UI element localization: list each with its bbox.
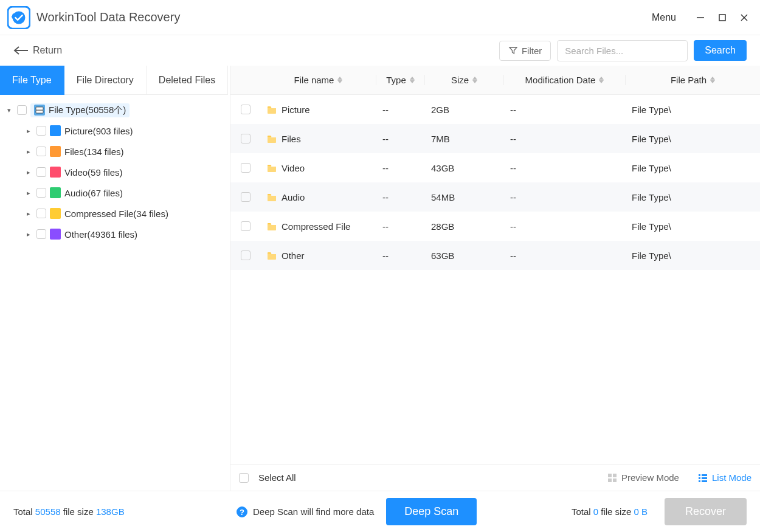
svg-rect-11 [613, 474, 617, 477]
search-input[interactable] [557, 40, 688, 61]
mode-bar: Select All Preview Mode List Mode [230, 464, 760, 491]
tree-item-checkbox[interactable] [36, 209, 46, 218]
tab-file-type[interactable]: File Type [0, 66, 64, 95]
tree-item[interactable]: ▸Video(59 files) [0, 162, 230, 182]
tree-item[interactable]: ▸Other(49361 files) [0, 224, 230, 244]
cell-name: Picture [282, 105, 310, 115]
tree-root-checkbox[interactable] [17, 105, 27, 115]
return-button[interactable]: Return [13, 45, 62, 56]
select-all-checkbox[interactable] [239, 473, 249, 483]
toolbar: Return Filter Search [0, 35, 760, 66]
svg-rect-12 [608, 478, 612, 482]
row-checkbox[interactable] [241, 250, 250, 260]
tree-item-label: Other(49361 files) [64, 229, 137, 240]
cell-date: -- [510, 105, 516, 115]
table-header: File name Type Size Modification Date Fi… [230, 66, 760, 95]
svg-rect-4 [719, 15, 725, 21]
tree-item-checkbox[interactable] [36, 126, 46, 136]
tree-item[interactable]: ▸Picture(903 files) [0, 120, 230, 141]
table-area: File name Type Size Modification Date Fi… [230, 66, 760, 491]
app-title: WorkinTool Data Recovery [36, 10, 652, 24]
svg-rect-18 [699, 480, 700, 482]
cell-size: 43GB [431, 163, 454, 173]
deepscan-button[interactable]: Deep Scan [386, 498, 477, 525]
row-checkbox[interactable] [241, 221, 250, 231]
list-mode-label: List Mode [712, 472, 751, 483]
recover-button[interactable]: Recover [665, 498, 747, 525]
cell-type: -- [382, 221, 389, 232]
caret-right-icon: ▸ [24, 189, 33, 197]
tree-item-label: Video(59 files) [64, 167, 123, 178]
tree-item-checkbox[interactable] [36, 229, 46, 239]
table-row[interactable]: Files--7MB--File Type\ [230, 124, 760, 153]
category-icon [50, 208, 61, 219]
preview-mode-label: Preview Mode [621, 472, 679, 483]
svg-rect-10 [608, 474, 612, 477]
maximize-button[interactable] [714, 9, 731, 26]
cell-path: File Type\ [632, 163, 671, 173]
close-button[interactable] [736, 9, 753, 26]
tab-file-directory[interactable]: File Directory [64, 66, 147, 95]
row-checkbox[interactable] [241, 105, 250, 114]
col-date[interactable]: Modification Date [504, 75, 626, 85]
svg-rect-13 [613, 478, 617, 482]
select-all-label: Select All [258, 472, 296, 483]
tab-deleted-files[interactable]: Deleted Files [147, 66, 228, 95]
cell-name: Files [282, 134, 301, 144]
app-logo-icon [7, 6, 30, 29]
table-row[interactable]: Audio--54MB--File Type\ [230, 182, 760, 212]
tree-item-checkbox[interactable] [36, 167, 46, 177]
cell-path: File Type\ [632, 134, 671, 144]
filter-button[interactable]: Filter [499, 41, 551, 61]
folder-icon [267, 164, 277, 172]
footer-total: Total 50558 file size 138GB [13, 506, 230, 517]
table-row[interactable]: Other--63GB--File Type\ [230, 241, 760, 270]
caret-right-icon: ▸ [24, 148, 33, 156]
cell-size: 28GB [431, 221, 454, 232]
minimize-button[interactable] [692, 9, 709, 26]
preview-mode-button[interactable]: Preview Mode [607, 472, 679, 483]
tree-item[interactable]: ▸Compressed File(34 files) [0, 203, 230, 224]
cell-size: 63GB [431, 250, 454, 261]
tree-root[interactable]: ▾ File Type(50558个) [0, 100, 230, 120]
tree-item-label: Compressed File(34 files) [64, 209, 168, 219]
table-row[interactable]: Picture--2GB--File Type\ [230, 95, 760, 124]
svg-rect-14 [699, 474, 700, 476]
cell-type: -- [382, 163, 389, 173]
cell-date: -- [510, 192, 516, 202]
drive-icon [34, 105, 45, 116]
deepscan-hint: Deep Scan will find more data [253, 506, 374, 517]
list-mode-button[interactable]: List Mode [697, 472, 751, 483]
sort-icon [710, 77, 715, 83]
tree-item-checkbox[interactable] [36, 188, 46, 198]
caret-right-icon: ▸ [24, 230, 33, 238]
table-row[interactable]: Compressed File--28GB--File Type\ [230, 212, 760, 241]
sort-icon [472, 77, 477, 83]
cell-path: File Type\ [632, 105, 671, 115]
cell-size: 7MB [431, 134, 450, 144]
search-button[interactable]: Search [694, 40, 747, 61]
col-path[interactable]: File Path [626, 75, 760, 85]
help-icon[interactable]: ? [236, 506, 248, 518]
tree-item[interactable]: ▸Audio(67 files) [0, 182, 230, 203]
table-row[interactable]: Video--43GB--File Type\ [230, 153, 760, 182]
category-icon [50, 167, 61, 178]
row-checkbox[interactable] [241, 163, 250, 173]
svg-rect-8 [36, 110, 43, 113]
cell-date: -- [510, 134, 516, 144]
cell-name: Audio [282, 192, 305, 202]
col-type[interactable]: Type [376, 75, 425, 85]
tree-item[interactable]: ▸Files(134 files) [0, 141, 230, 162]
cell-name: Other [282, 250, 305, 261]
col-size[interactable]: Size [425, 75, 504, 85]
tree-item-checkbox[interactable] [36, 147, 46, 156]
row-checkbox[interactable] [241, 134, 250, 143]
cell-date: -- [510, 221, 516, 232]
folder-icon [267, 251, 277, 260]
sort-icon [410, 77, 415, 83]
folder-icon [267, 105, 277, 114]
menu-button[interactable]: Menu [652, 12, 676, 23]
col-filename[interactable]: File name [261, 75, 376, 85]
caret-right-icon: ▸ [24, 168, 33, 176]
row-checkbox[interactable] [241, 192, 250, 202]
